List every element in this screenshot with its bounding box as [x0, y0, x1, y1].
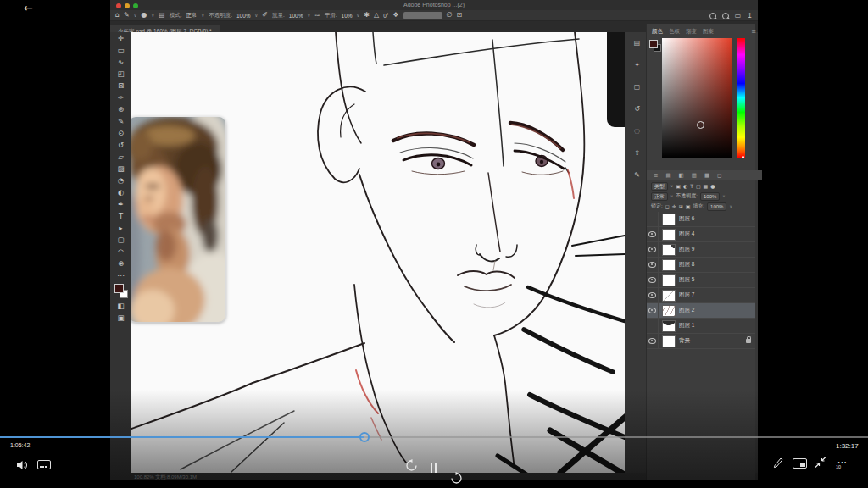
chevron-down-icon[interactable]: ∨ [307, 13, 310, 18]
panel-mini-icon[interactable]: ▥ [692, 172, 697, 179]
lock-artboard-icon[interactable]: ⊞ [679, 203, 683, 209]
pause-button[interactable] [429, 461, 439, 476]
lock-all-icon[interactable]: ▣ [686, 203, 691, 209]
lasso-tool-icon[interactable]: ∿ [110, 56, 131, 68]
filter-adjustment-icon[interactable]: ◐ [683, 183, 687, 189]
layer-thumbnail[interactable] [662, 290, 676, 302]
panel-mini-icon[interactable]: ◧ [679, 172, 684, 179]
lock-position-icon[interactable]: ✛ [672, 203, 676, 209]
pressure-opacity-icon[interactable]: ✐ [262, 12, 268, 19]
layer-row[interactable]: 图层 1 [647, 319, 755, 334]
hue-slider-handle[interactable] [742, 156, 744, 158]
airbrush-icon[interactable]: ≈ [314, 12, 320, 19]
export-panel-icon[interactable]: ⇧ [630, 142, 644, 164]
brush-tool-icon[interactable]: ✎ [110, 115, 131, 127]
visibility-toggle[interactable] [647, 227, 659, 241]
forward-30-button[interactable]: 30 [449, 472, 868, 485]
foreground-color-swatch[interactable] [114, 284, 124, 293]
sync-icon[interactable]: ∅ [447, 12, 453, 19]
exit-fullscreen-icon[interactable] [815, 456, 826, 472]
chevron-down-icon[interactable]: ∨ [670, 184, 673, 188]
hand-tool-icon[interactable]: ◠ [110, 246, 131, 258]
visibility-toggle[interactable] [647, 242, 659, 257]
shape-tool-icon[interactable]: ▢ [110, 234, 131, 246]
edit-toolbar-icon[interactable]: ⋯ [110, 269, 131, 281]
healing-brush-tool-icon[interactable]: ⊛ [110, 103, 131, 115]
layer-thumbnail[interactable] [662, 214, 676, 225]
move-tool-icon[interactable]: ✛ [110, 32, 131, 44]
tab-gradients[interactable]: 渐变 [686, 28, 697, 36]
reference-photo[interactable] [131, 117, 225, 322]
home-icon[interactable]: ⌂ [115, 12, 120, 19]
layer-row[interactable]: 背景 [647, 334, 755, 349]
panel-mini-icon[interactable]: ≡ [654, 172, 658, 179]
filter-smart-object-icon[interactable]: ▦ [704, 183, 709, 189]
tab-patterns[interactable]: 图案 [703, 28, 714, 36]
layer-row[interactable]: 图层 4 [647, 227, 755, 242]
chevron-down-icon[interactable]: ∨ [151, 13, 154, 18]
tab-color[interactable]: 颜色 [652, 28, 663, 36]
layer-thumbnail[interactable] [662, 320, 676, 332]
brush-angle-value[interactable]: 0° [383, 13, 388, 19]
visibility-toggle[interactable] [647, 319, 659, 333]
marquee-tool-icon[interactable]: ▭ [110, 44, 131, 56]
layer-thumbnail[interactable] [662, 305, 676, 317]
settings-gear-icon[interactable]: ✱ [364, 12, 370, 19]
panel-mini-icon[interactable]: ▦ [704, 172, 709, 179]
progress-bar-handle[interactable] [359, 432, 370, 442]
screen-mode-icon[interactable]: ▣ [110, 312, 131, 324]
quick-mask-icon[interactable]: ◧ [110, 300, 131, 312]
learn-panel-icon[interactable]: ✎ [630, 164, 644, 186]
adjustments-panel-icon[interactable]: ✦ [630, 54, 644, 76]
opacity-value[interactable]: 100% [700, 192, 720, 201]
symmetry-icon[interactable]: ❖ [392, 12, 398, 19]
brush-angle-icon[interactable]: △ [374, 12, 379, 19]
filter-toggle-icon[interactable]: ● [710, 183, 715, 189]
crop-tool-icon[interactable]: ◰ [110, 68, 131, 80]
foreground-background-swatches[interactable] [114, 284, 128, 298]
layer-thumbnail[interactable] [662, 274, 676, 286]
layer-thumbnail[interactable] [662, 259, 676, 271]
color-picker-cursor[interactable] [697, 121, 704, 129]
highlighted-option-field[interactable] [403, 12, 442, 19]
subtitles-icon[interactable] [37, 460, 51, 469]
lock-transparency-icon[interactable]: ◻ [665, 203, 670, 209]
panel-mini-icon[interactable]: ▤ [665, 172, 670, 179]
clone-stamp-tool-icon[interactable]: ⊙ [110, 127, 131, 139]
chevron-down-icon[interactable]: ∨ [729, 204, 732, 208]
layer-thumbnail[interactable] [662, 336, 676, 347]
chevron-down-icon[interactable]: ∨ [670, 194, 673, 198]
foreground-color-swatch[interactable] [649, 40, 658, 48]
search-icon[interactable] [709, 13, 716, 19]
more-options-icon[interactable]: ⋯ [837, 457, 848, 468]
hue-slider[interactable] [737, 38, 745, 158]
layer-row[interactable]: 图层 9 [647, 242, 755, 258]
type-tool-icon[interactable]: T [110, 210, 131, 222]
edit-pencil-icon[interactable] [772, 456, 784, 472]
brush-tool-icon[interactable]: ✎ [124, 12, 130, 19]
smoothing-value[interactable]: 10% [342, 13, 353, 19]
fill-value[interactable]: 100% [707, 202, 726, 211]
visibility-toggle[interactable] [647, 258, 659, 272]
blur-tool-icon[interactable]: ◔ [110, 175, 131, 186]
picture-in-picture-icon[interactable] [793, 458, 807, 469]
properties-panel-icon[interactable]: ▤ [630, 32, 644, 54]
flow-value[interactable]: 100% [289, 13, 303, 19]
progress-bar-track[interactable] [0, 436, 868, 438]
volume-icon[interactable] [16, 458, 28, 474]
mode-value[interactable]: 正常 [186, 12, 197, 19]
visibility-toggle[interactable] [647, 334, 659, 348]
comments-panel-icon[interactable]: ◌ [630, 120, 644, 142]
dodge-tool-icon[interactable]: ◐ [110, 186, 131, 198]
share-icon[interactable]: ↥ [747, 12, 753, 19]
chevron-down-icon[interactable]: ∨ [134, 13, 137, 18]
zoom-tool-icon[interactable]: ⊕ [110, 258, 131, 269]
panel-color-swatches[interactable] [649, 40, 661, 52]
visibility-toggle[interactable] [647, 273, 659, 287]
zoom-search-icon[interactable] [722, 13, 729, 19]
visibility-toggle[interactable] [647, 288, 659, 302]
filter-type-icon[interactable]: T [690, 183, 693, 189]
chevron-down-icon[interactable]: ∨ [722, 194, 725, 198]
layer-row[interactable]: 图层 6 [647, 212, 755, 227]
filter-type-dropdown[interactable]: 类型 [651, 182, 668, 191]
